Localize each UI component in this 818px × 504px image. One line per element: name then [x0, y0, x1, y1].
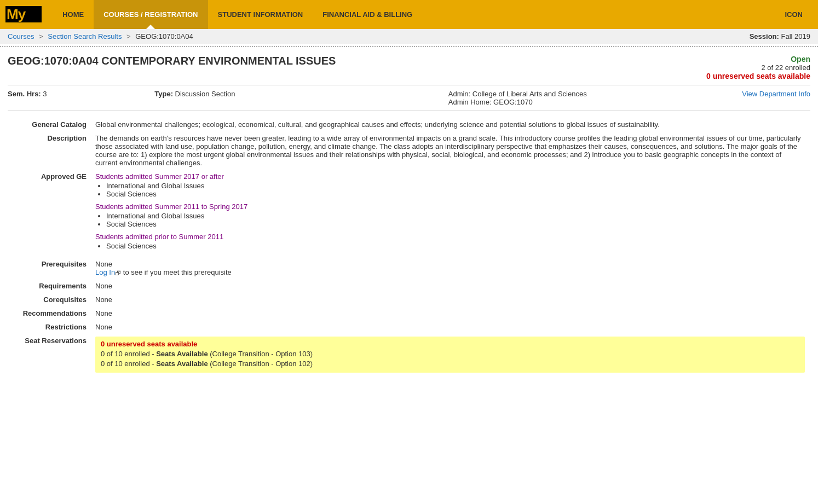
icon-label: ICON [775, 10, 813, 19]
description-row: Description The demands on earth's resou… [8, 131, 810, 170]
course-header: GEOG:1070:0A04 CONTEMPORARY ENVIRONMENTA… [8, 55, 810, 80]
seat-reservations-box: 0 unreserved seats available 0 of 10 enr… [95, 337, 805, 373]
recommendations-label: Recommendations [8, 306, 95, 320]
general-catalog-row: General Catalog Global environmental cha… [8, 118, 810, 131]
session-label: Session: [750, 32, 779, 40]
prereq-login-link[interactable]: Log In [95, 268, 115, 276]
enrolled-text: 2 of 22 enrolled [706, 63, 810, 72]
sem-hrs-cell: Sem. Hrs: 3 [8, 90, 154, 98]
requirements-value: None [95, 279, 810, 293]
restrictions-value: None [95, 320, 810, 334]
ge-list: Social Sciences [95, 242, 805, 250]
list-item: Social Sciences [106, 220, 805, 228]
recommendations-row: Recommendations None [8, 306, 810, 320]
seat-reservations-row: Seat Reservations 0 unreserved seats ava… [8, 334, 810, 375]
status-block: Open 2 of 22 enrolled 0 unreserved seats… [706, 55, 810, 80]
description-label: Description [8, 131, 95, 170]
list-item: International and Global Issues [106, 182, 805, 190]
course-title: GEOG:1070:0A04 CONTEMPORARY ENVIRONMENTA… [8, 55, 336, 67]
breadcrumb-current: GEOG:1070:0A04 [135, 32, 193, 40]
session-value: Fall 2019 [781, 32, 810, 40]
prerequisites-row: Prerequisites None Log In🗗 to see if you… [8, 257, 810, 279]
prerequisites-none: None [95, 260, 805, 268]
course-name: CONTEMPORARY ENVIRONMENTAL ISSUES [101, 55, 336, 67]
breadcrumb: Courses > Section Search Results > GEOG:… [8, 32, 193, 40]
prerequisites-label: Prerequisites [8, 257, 95, 279]
admin-label: Admin: [448, 90, 470, 98]
corequisites-label: Corequisites [8, 293, 95, 306]
seat-res-unreserved: 0 unreserved seats available [101, 340, 799, 348]
course-code: GEOG:1070:0A04 [8, 55, 99, 67]
nav-items: HOME COURSES / REGISTRATION STUDENT INFO… [53, 0, 422, 29]
seat-reservations-label: Seat Reservations [8, 334, 95, 375]
seat-reservations-value: 0 unreserved seats available 0 of 10 enr… [95, 334, 810, 375]
approved-ge-value: Students admitted Summer 2017 or afterIn… [95, 170, 810, 257]
requirements-label: Requirements [8, 279, 95, 293]
list-item: International and Global Issues [106, 212, 805, 220]
ge-category-title: Students admitted prior to Summer 2011 [95, 233, 805, 241]
type-label: Type: [154, 90, 173, 98]
desc-table: General Catalog Global environmental cha… [8, 118, 810, 375]
main-content: GEOG:1070:0A04 CONTEMPORARY ENVIRONMENTA… [0, 49, 818, 386]
ge-list: International and Global IssuesSocial Sc… [95, 182, 805, 198]
external-link-icon: 🗗 [115, 270, 121, 276]
ge-category-title: Students admitted Summer 2011 to Spring … [95, 202, 805, 211]
breadcrumb-sep-1: > [39, 32, 43, 40]
corequisites-row: Corequisites None [8, 293, 810, 306]
seats-available-2: Seats Available [156, 360, 208, 368]
top-navigation: MyUI HOME COURSES / REGISTRATION STUDENT… [0, 0, 818, 29]
nav-courses-registration[interactable]: COURSES / REGISTRATION [94, 0, 208, 29]
nav-student-information[interactable]: STUDENT INFORMATION [208, 0, 313, 29]
admin-home-value: GEOG:1070 [493, 98, 533, 106]
list-item: Social Sciences [106, 190, 805, 198]
breadcrumb-section-search[interactable]: Section Search Results [48, 32, 122, 40]
corequisites-value: None [95, 293, 810, 306]
nav-home[interactable]: HOME [53, 0, 94, 29]
sem-hrs-value: 3 [43, 90, 47, 98]
seat-res-line-1: 0 of 10 enrolled - Seats Available (Coll… [101, 350, 799, 358]
prereq-login-line: Log In🗗 to see if you meet this prerequi… [95, 268, 805, 276]
ge-list: International and Global IssuesSocial Sc… [95, 212, 805, 228]
prerequisites-value: None Log In🗗 to see if you meet this pre… [95, 257, 810, 279]
ge-category-title: Students admitted Summer 2017 or after [95, 172, 805, 181]
restrictions-label: Restrictions [8, 320, 95, 334]
description-value: The demands on earth's resources have ne… [95, 131, 810, 170]
seats-available-1: Seats Available [156, 350, 208, 358]
general-catalog-label: General Catalog [8, 118, 95, 131]
sem-hrs-label: Sem. Hrs: [8, 90, 41, 98]
dotted-divider [0, 46, 818, 47]
admin-home-label: Admin Home: [448, 98, 492, 106]
approved-ge-label: Approved GE [8, 170, 95, 257]
admin-value: College of Liberal Arts and Sciences [473, 90, 587, 98]
recommendations-value: None [95, 306, 810, 320]
nav-financial-aid[interactable]: FINANCIAL AID & BILLING [313, 0, 422, 29]
list-item: Social Sciences [106, 242, 805, 250]
info-row: Sem. Hrs: 3 Type: Discussion Section Adm… [8, 85, 810, 111]
logo[interactable]: MyUI [5, 6, 42, 23]
unreserved-seats-header: 0 unreserved seats available [706, 72, 810, 80]
status-open: Open [706, 55, 810, 63]
view-dept-cell: View Department Info [742, 90, 810, 98]
breadcrumb-courses[interactable]: Courses [8, 32, 34, 40]
breadcrumb-sep-2: > [126, 32, 131, 40]
general-catalog-value: Global environmental challenges; ecologi… [95, 118, 810, 131]
prereq-suffix: to see if you meet this prerequisite [121, 268, 232, 276]
type-value: Discussion Section [175, 90, 235, 98]
restrictions-row: Restrictions None [8, 320, 810, 334]
requirements-row: Requirements None [8, 279, 810, 293]
type-cell: Type: Discussion Section [154, 90, 448, 98]
admin-cell: Admin: College of Liberal Arts and Scien… [448, 90, 742, 106]
view-dept-link[interactable]: View Department Info [742, 90, 810, 98]
session-info: Session: Fall 2019 [750, 32, 810, 40]
approved-ge-row: Approved GE Students admitted Summer 201… [8, 170, 810, 257]
seat-res-line-2: 0 of 10 enrolled - Seats Available (Coll… [101, 360, 799, 368]
breadcrumb-bar: Courses > Section Search Results > GEOG:… [0, 29, 818, 44]
